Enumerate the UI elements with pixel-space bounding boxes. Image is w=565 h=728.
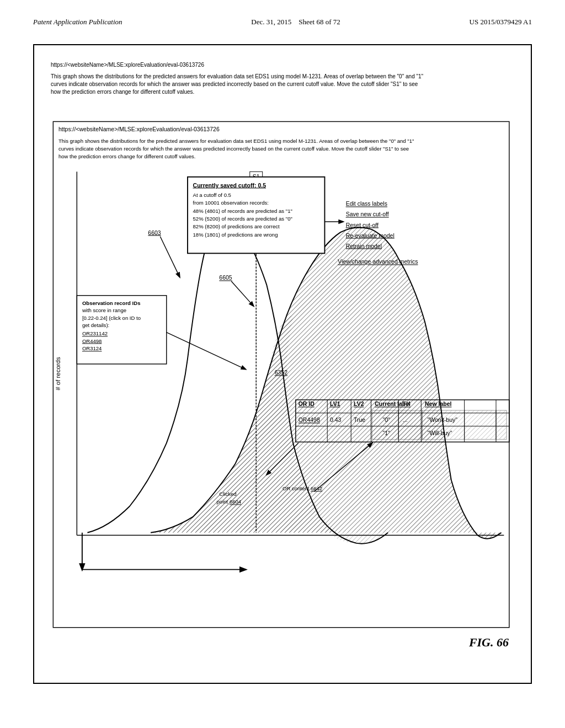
svg-text:True: True [354, 416, 365, 423]
svg-text:https://<websiteName>/MLSE:xpl: https://<websiteName>/MLSE:xploreEvaluat… [58, 126, 220, 132]
svg-text:At a cutoff of 0.5: At a cutoff of 0.5 [193, 192, 231, 198]
svg-text:from 10001 observation records: from 10001 observation records: [193, 200, 269, 206]
svg-text:OR4498: OR4498 [299, 416, 320, 423]
svg-text:New label: New label [425, 400, 452, 407]
svg-rect-54 [372, 410, 398, 440]
svg-rect-56 [422, 410, 464, 440]
svg-text:Save new cut-off: Save new cut-off [346, 211, 389, 217]
header: Patent Application Publication Dec. 31, … [33, 18, 532, 26]
svg-text:6605: 6605 [219, 274, 232, 281]
svg-text:with score in range: with score in range [82, 307, 126, 313]
svg-text:OR content 6642: OR content 6642 [282, 485, 322, 491]
svg-text:OR ID: OR ID [299, 400, 315, 407]
svg-text:This graph shows the distribut: This graph shows the distributions for t… [58, 138, 414, 144]
svg-text:52% (5200) of records are pred: 52% (5200) of records are predicted as "… [193, 216, 292, 222]
svg-rect-58 [496, 410, 507, 440]
svg-text:curves indicate observation re: curves indicate observation records for … [58, 146, 409, 152]
header-patent-number: US 2015/0379429 A1 [470, 18, 532, 26]
svg-text:0.43: 0.43 [330, 416, 342, 423]
svg-text:point 6604: point 6604 [217, 499, 242, 505]
fig-label: FIG. 66 [469, 635, 509, 650]
svg-text:[0.22-0.24] (click on ID to: [0.22-0.24] (click on ID to [82, 315, 141, 321]
svg-text:Clicked: Clicked [219, 491, 236, 497]
svg-text:OR4498: OR4498 [82, 338, 102, 344]
svg-rect-55 [398, 410, 422, 440]
svg-text:Edit class labels: Edit class labels [346, 200, 387, 207]
svg-text:6352: 6352 [275, 369, 288, 376]
svg-text:TX: TX [403, 400, 410, 407]
svg-text:View/change advanced metrics: View/change advanced metrics [338, 258, 418, 265]
svg-text:6603: 6603 [148, 229, 161, 236]
main-content-box: https://<websiteName>/MLSE:xploreEvaluat… [33, 44, 532, 684]
svg-text:# of records: # of records [55, 357, 61, 390]
svg-text:Reset cut-off: Reset cut-off [346, 222, 379, 228]
svg-text:OR231142: OR231142 [82, 330, 108, 336]
svg-text:Retrain model: Retrain model [346, 243, 382, 249]
svg-text:Currently saved cutoff: 0.5: Currently saved cutoff: 0.5 [193, 182, 266, 189]
svg-text:LV1: LV1 [330, 400, 340, 407]
svg-text:how the prediction errors chan: how the prediction errors change for dif… [58, 153, 196, 159]
svg-text:OR3124: OR3124 [82, 345, 102, 351]
svg-rect-57 [465, 410, 496, 440]
diagram-container: https://<websiteName>/MLSE:xploreEvaluat… [45, 56, 520, 672]
svg-text:Re-evaluate model: Re-evaluate model [346, 232, 395, 239]
svg-text:Observation record IDs: Observation record IDs [82, 300, 141, 306]
header-publication: Patent Application Publication [33, 18, 122, 26]
svg-text:48% (4801) of records are pred: 48% (4801) of records are predicted as "… [193, 208, 292, 214]
header-date-sheet: Dec. 31, 2015 Sheet 68 of 72 [251, 18, 340, 26]
svg-text:get details):: get details): [82, 322, 109, 328]
svg-text:82% (8200) of predictions are : 82% (8200) of predictions are correct [193, 223, 280, 229]
page: Patent Application Publication Dec. 31, … [0, 0, 565, 728]
diagram-svg: https://<websiteName>/MLSE:xploreEvaluat… [45, 56, 520, 672]
svg-text:18% (1801) of predictions are : 18% (1801) of predictions are wrong [193, 232, 278, 238]
svg-text:LV2: LV2 [354, 400, 364, 407]
